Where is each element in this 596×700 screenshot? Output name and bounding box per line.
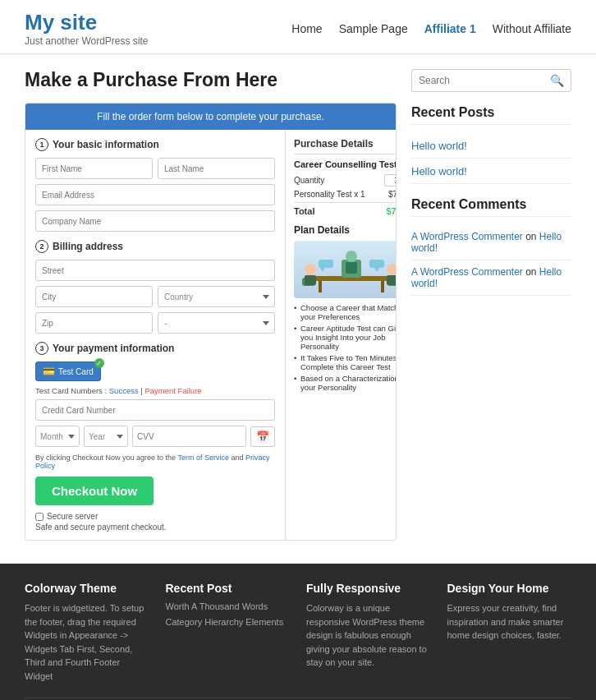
last-name-input[interactable] [158,158,275,179]
search-box: 🔍 [411,69,571,92]
item-price: $7.00 [388,190,397,199]
form-header: Fill the order form below to complete yo… [25,104,396,130]
test-card-badge[interactable]: 💳 Test Card ✓ [35,362,101,381]
total-label: Total [294,206,314,216]
first-name-input[interactable] [35,158,153,179]
footer-col3: Fully Responsive Colorway is a unique re… [306,582,431,683]
bullet-4: • Based on a Characterization of your Pe… [294,374,397,392]
post-link-2[interactable]: Hello world! [411,165,467,177]
svg-rect-7 [305,275,316,285]
month-select[interactable]: Month [35,426,80,447]
footer-col3-title: Fully Responsive [306,582,431,595]
footer: Colorway Theme Footer is widgetized. To … [0,564,596,700]
credit-card-input[interactable] [35,399,275,421]
site-tagline: Just another WordPress site [25,35,149,47]
header: My site Just another WordPress site Home… [0,0,596,54]
footer-col1: Colorway Theme Footer is widgetized. To … [25,582,149,683]
footer-col4: Design Your Home Express your creativity… [447,582,572,683]
credit-card-icon: 💳 [43,366,55,377]
nav-without-affiliate[interactable]: Without Affiliate [493,22,571,35]
company-input[interactable] [35,210,275,232]
footer-col3-text: Colorway is a unique responsive WordPres… [306,601,431,670]
footer-col4-title: Design Your Home [447,582,572,595]
svg-rect-11 [387,275,397,285]
svg-rect-9 [346,262,357,274]
site-title: My site [25,10,149,35]
check-icon: ✓ [94,358,104,368]
post-item-1: Hello world! [411,133,571,159]
recent-comments-section: Recent Comments A WordPress Commenter on… [411,197,571,296]
comment-item-2: A WordPress Commenter on Hello world! [411,260,571,296]
section2-num: 2 [35,240,48,253]
safe-text: Safe and secure payment checkout. [35,523,275,532]
bullet-3: • It Takes Five to Ten Minutes to Comple… [294,353,397,371]
total-price: $7.00 [386,206,397,216]
terms-link[interactable]: Term of Service [177,454,229,462]
zip-input[interactable] [35,312,153,334]
recent-comments-title: Recent Comments [411,197,571,217]
country-select[interactable]: Country [158,286,275,307]
calendar-button[interactable]: 📅 [250,426,275,447]
section3-label: 3 Your payment information [35,342,275,355]
footer-col2: Recent Post Worth A Thousand Words Categ… [166,582,291,683]
section1-num: 1 [35,138,48,151]
email-input[interactable] [35,184,275,205]
svg-rect-2 [381,281,384,292]
footer-col1-title: Colorway Theme [25,582,149,595]
quantity-input[interactable] [384,174,397,187]
secure-checkbox[interactable] [35,513,44,521]
section1-label: 1 Your basic information [35,138,275,151]
purchase-details-title: Purchase Details [294,138,397,154]
test-card-info: Test Card Numbers : Success | Payment Fa… [35,386,275,395]
plan-title: Plan Details [294,224,397,236]
svg-rect-14 [369,260,384,268]
secure-label: Secure server [47,512,98,521]
svg-rect-1 [319,281,322,292]
section3-num: 3 [35,342,48,355]
svg-point-6 [305,264,316,275]
privacy-link[interactable]: Privacy Policy [35,454,270,470]
plan-illustration [294,241,397,298]
svg-marker-15 [374,268,379,272]
bullet-2: • Career Aptitude Test can Give you Insi… [294,324,397,351]
svg-point-8 [346,251,357,262]
city-input[interactable] [35,286,153,307]
nav-home[interactable]: Home [291,22,322,35]
post-link-1[interactable]: Hello world! [411,140,467,152]
quantity-label: Quantity [294,176,324,185]
nav-sample[interactable]: Sample Page [339,22,408,35]
failure-link[interactable]: Payment Failure [144,386,201,395]
product-name: Career Counselling Test [294,159,397,169]
svg-point-10 [387,264,397,275]
purchase-form: Fill the order form below to complete yo… [25,103,397,541]
year-select[interactable]: Year [84,426,128,447]
svg-marker-13 [320,268,325,272]
search-icon: 🔍 [550,74,564,87]
recent-posts-section: Recent Posts Hello world! Hello world! [411,105,571,184]
footer-col4-text: Express your creativity, find inspiratio… [447,601,572,642]
footer-post-link2[interactable]: Category Hierarchy Elements [166,617,284,627]
terms-text: By clicking Checkout Now you agree to th… [35,454,275,470]
footer-col1-text: Footer is widgetized. To setup the foote… [25,601,149,683]
comment-item-1: A WordPress Commenter on Hello world! [411,225,571,260]
cvv-input[interactable] [132,426,246,447]
comment-author-2[interactable]: A WordPress Commenter [411,266,523,278]
search-input[interactable] [419,75,550,86]
street-input[interactable] [35,260,275,281]
checkout-button[interactable]: Checkout Now [35,477,154,505]
comment-author-1[interactable]: A WordPress Commenter [411,231,523,242]
success-link[interactable]: Success [109,386,139,395]
section2-label: 2 Billing address [35,240,275,253]
bullet-1: • Choose a Career that Matches your Pref… [294,303,397,321]
state-select[interactable]: - [158,312,275,334]
footer-col2-title: Recent Post [166,582,291,595]
recent-posts-title: Recent Posts [411,105,571,125]
footer-post-link1[interactable]: Worth A Thousand Words [166,601,291,611]
svg-rect-12 [319,260,333,268]
plan-bullets: • Choose a Career that Matches your Pref… [294,303,397,392]
post-item-2: Hello world! [411,159,571,184]
item-label: Personality Test x 1 [294,190,365,199]
nav-affiliate1[interactable]: Affiliate 1 [424,22,476,35]
page-title: Make a Purchase From Here [25,69,397,91]
card-label: Test Card [58,367,94,376]
